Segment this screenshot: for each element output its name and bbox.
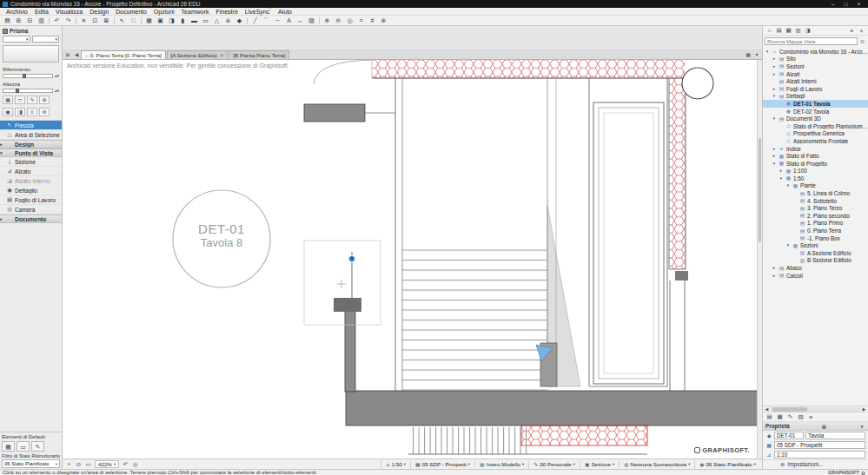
zoom-in-icon[interactable]: ⊕ [321, 16, 333, 25]
tree-item[interactable]: ◉ DET-02 Tavola [763, 108, 868, 115]
infobox-option-icon[interactable]: ▭ [15, 96, 25, 104]
view-tab[interactable]: [A Sezione Edificio] × [167, 50, 229, 59]
view-name-field[interactable]: Tavola [805, 432, 865, 439]
height-slider[interactable]: ▴▾ [0, 87, 62, 94]
layer-combination-field[interactable]: 05 SDP - Prospetti [774, 441, 865, 449]
minimize-button[interactable]: – [826, 0, 839, 8]
scrollbar-thumb[interactable] [759, 138, 761, 242]
infobox-option-icon[interactable]: ≡ [27, 108, 37, 116]
close-icon[interactable]: × [221, 52, 224, 58]
wall-tool-icon[interactable]: ▦ [143, 16, 155, 25]
grid-icon[interactable]: # [367, 16, 378, 25]
cut-icon[interactable]: ✕ [78, 16, 89, 25]
expander-icon[interactable]: ▸ [772, 72, 777, 76]
layers-icon[interactable]: ≡ [355, 16, 367, 25]
tool-dettaglio[interactable]: ◉ Dettaglio [0, 186, 62, 195]
expander-icon[interactable]: ▾ [772, 162, 777, 166]
tree-item[interactable]: ▥ A Sezione Edificio [763, 249, 868, 257]
tool-foglio-di-lavoro[interactable]: ▤ Foglio di Lavoro [0, 195, 62, 205]
scrollbar-thumb[interactable] [772, 407, 807, 412]
zoom-control[interactable]: 422% ▾ [95, 460, 119, 468]
view-settings-button[interactable]: ⊛ Impostazioni... [763, 459, 868, 469]
view-tab[interactable]: ⌂ 0. Piano Terra [0. Piano Terra] [81, 50, 166, 59]
tree-item[interactable]: ▸ ▦ Stato di Fatto [763, 152, 868, 160]
pan-icon[interactable]: + [64, 461, 74, 468]
quick-option-model-view[interactable]: ▣ Sezione ▾ [580, 460, 619, 469]
close-navigator-icon[interactable]: × [857, 28, 866, 34]
quick-option-structure-display[interactable]: ▤ Intero Modello ▾ [474, 460, 528, 469]
tool-freccia[interactable]: ↖ Freccia [0, 121, 62, 130]
redo-icon[interactable]: ↷ [63, 16, 74, 25]
tool-area-di-selezione[interactable]: □ Area di Selezione [0, 130, 62, 140]
infobox-option-icon[interactable]: ◨ [15, 108, 25, 116]
fit-view-icon[interactable]: ◎ [344, 16, 355, 25]
text-tool-icon[interactable]: A [283, 16, 295, 25]
toolbar-icon[interactable] [247, 17, 248, 24]
tree-item[interactable]: ▤ 3. Piano Terzo [763, 204, 868, 212]
save-icon[interactable]: ⊟ [24, 16, 36, 25]
expander-icon[interactable]: ▾ [779, 176, 784, 181]
copy-icon[interactable]: ⊡ [89, 16, 101, 25]
tree-item[interactable]: ▤ Alzati Interni [763, 77, 868, 85]
tree-item[interactable]: ▸ ▤ Sezioni [763, 63, 868, 70]
tree-item[interactable]: ▤ 1. Piano Primo [763, 220, 868, 228]
default-wall-icon[interactable]: ▦ [2, 441, 15, 452]
tree-root-project[interactable]: ▾ ⌂ Condominio via Monviso 16 - Arcore -… [763, 48, 868, 56]
window-tool-icon[interactable]: ◨ [166, 16, 177, 25]
tool-alzato[interactable]: ⊿ Alzato [0, 167, 62, 176]
scale-field[interactable]: 1:10 [774, 451, 865, 459]
layer-dropdown[interactable]: ▾ [32, 36, 60, 43]
quick-option-scale[interactable]: ⊿ 1:50 ▾ [381, 460, 410, 469]
settings-icon[interactable]: ⊛ [378, 16, 389, 25]
menu-item[interactable]: Edita [31, 8, 52, 15]
properties-pen-icon[interactable]: ✎ [785, 413, 795, 420]
line-tool-icon[interactable]: ╱ [249, 16, 261, 25]
tree-item[interactable]: ▸ ▦ 1:100 [763, 168, 868, 175]
toolbar-icon[interactable] [114, 17, 115, 24]
tab-menu-icon[interactable]: ▾ [752, 50, 761, 59]
expander-icon[interactable]: ▾ [765, 49, 770, 54]
expander-icon[interactable]: ▸ [772, 87, 777, 91]
tree-item[interactable]: ▾ ▦ Sezioni [763, 241, 868, 249]
menu-item[interactable]: Archivio [3, 8, 31, 15]
tool-alzato-interno[interactable]: ◪ Alzato Interno [0, 176, 62, 186]
maximize-button[interactable]: □ [839, 0, 852, 8]
tree-item[interactable]: ▾ ▤ Documenti 3D [763, 115, 868, 122]
quick-option-renovation-filter[interactable]: ◉ 06 Stato Pianificato ▾ [694, 460, 760, 469]
beam-tool-icon[interactable]: ▬ [189, 16, 200, 25]
menu-item[interactable]: Teamwork [178, 8, 213, 15]
menu-item[interactable]: Aiuto [275, 8, 295, 15]
expander-icon[interactable]: ▸ [772, 154, 777, 158]
expander-icon[interactable]: ▾ [772, 116, 777, 121]
tree-item[interactable]: ▤ 2. Piano secondo [763, 212, 868, 220]
tree-item[interactable]: ▥ B Sezione Edificio [763, 257, 868, 265]
expander-icon[interactable]: ▾ [785, 183, 791, 188]
scroll-left-icon[interactable]: ◀ [763, 406, 771, 412]
toolbar-icon[interactable] [76, 17, 76, 24]
tool-camera[interactable]: ◎ Camera [0, 205, 62, 214]
menu-item[interactable]: LiveSync° [242, 8, 275, 15]
toolbar-icon[interactable] [49, 17, 50, 24]
chevron-down-icon[interactable]: ▾ [858, 424, 865, 429]
project-map-icon[interactable]: ▤ [774, 27, 784, 34]
open-icon[interactable]: ⊞ [13, 16, 24, 25]
stair-tool-icon[interactable]: ≣ [222, 16, 234, 25]
print-icon[interactable]: ▥ [36, 16, 47, 25]
column-tool-icon[interactable]: ▮ [177, 16, 189, 25]
tree-item[interactable]: ▤ 5. Linea di Colmo [763, 189, 868, 197]
tree-item[interactable]: ▸ ▤ Abaco [763, 264, 868, 272]
infobox-option-icon[interactable]: ✎ [27, 96, 37, 104]
pen-dropdown[interactable]: ▾ [3, 36, 30, 43]
quick-option-layer-combination[interactable]: ▦ 05 SDP - Prospetti ▾ [410, 460, 474, 469]
infobox-tool-header[interactable]: Prisma [0, 26, 62, 35]
navigator-options-icon[interactable]: ≡ [847, 28, 857, 34]
menu-item[interactable]: Finestre [213, 8, 242, 15]
dimension-tool-icon[interactable]: ↔ [295, 16, 306, 25]
layout-book-icon[interactable]: ▥ [793, 27, 803, 34]
expander-icon[interactable]: ▸ [772, 274, 777, 278]
tool-sezione[interactable]: ↕ Sezione [0, 157, 62, 167]
arrow-tool-icon[interactable]: ↖ [116, 16, 128, 25]
tree-item[interactable]: ▸ ▤ Sito [763, 56, 868, 63]
tree-item[interactable]: ▾ ▤ Dettagli [763, 93, 868, 101]
menu-item[interactable]: Documento [112, 8, 150, 15]
